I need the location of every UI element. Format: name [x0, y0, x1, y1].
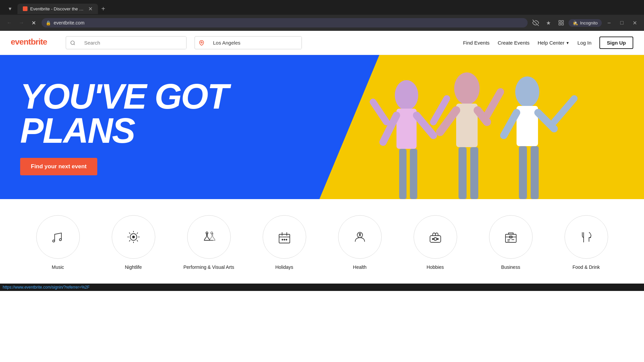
- find-next-event-button[interactable]: Find your next event: [20, 158, 97, 175]
- svg-line-19: [504, 113, 517, 135]
- svg-line-12: [417, 115, 433, 135]
- svg-rect-57: [434, 238, 436, 240]
- svg-point-51: [286, 239, 287, 240]
- location-input[interactable]: [208, 37, 302, 49]
- categories-grid: Music: [20, 215, 624, 270]
- health-icon: [353, 230, 367, 244]
- health-icon-wrap: [338, 215, 382, 259]
- svg-rect-3: [559, 23, 560, 25]
- tab-nav-left: ▼: [3, 4, 17, 13]
- logo-svg: eventbrite: [11, 36, 58, 48]
- svg-rect-26: [410, 149, 417, 199]
- categories-section: Music: [0, 199, 644, 284]
- business-icon-wrap: [489, 215, 533, 259]
- category-music[interactable]: Music: [20, 215, 96, 270]
- hero-content: YOU'VE GOT PLANS Find your next event: [20, 55, 228, 199]
- category-food-drink[interactable]: Food & Drink: [548, 215, 624, 270]
- tab-list-button[interactable]: ▼: [5, 4, 15, 13]
- location-bar: [195, 36, 302, 49]
- close-window-button[interactable]: ✕: [629, 17, 640, 28]
- login-button[interactable]: Log In: [578, 40, 592, 46]
- nav-buttons: ← → ✕: [4, 17, 39, 28]
- svg-rect-30: [531, 146, 539, 199]
- svg-line-24: [554, 99, 574, 122]
- svg-line-23: [487, 92, 500, 115]
- svg-line-21: [373, 102, 386, 122]
- music-label: Music: [52, 264, 64, 270]
- health-label: Health: [353, 264, 366, 270]
- maximize-button[interactable]: □: [616, 17, 627, 28]
- browser-status-bar: https://www.eventbrite.com/signin/?refer…: [0, 284, 644, 291]
- business-icon: [503, 230, 518, 244]
- svg-line-22: [433, 99, 447, 122]
- bookmark-button[interactable]: ★: [543, 17, 554, 28]
- tab-close-button[interactable]: ✕: [88, 6, 93, 12]
- svg-line-7: [74, 44, 75, 45]
- back-button[interactable]: ←: [4, 17, 15, 28]
- eye-off-button[interactable]: [530, 17, 541, 28]
- site-header: eventbrite Find Events Create Events Hel…: [0, 31, 644, 55]
- food-drink-label: Food & Drink: [573, 264, 600, 270]
- business-label: Business: [501, 264, 520, 270]
- svg-rect-45: [279, 234, 290, 243]
- tab-title: Eventbrite - Discover the Best L: [30, 6, 86, 11]
- food-drink-icon-wrap: [565, 215, 608, 259]
- svg-rect-28: [470, 147, 478, 199]
- category-hobbies[interactable]: Hobbies: [397, 215, 473, 270]
- extensions-button[interactable]: [556, 17, 567, 28]
- svg-point-8: [201, 42, 202, 43]
- svg-rect-54: [430, 236, 441, 242]
- svg-rect-58: [505, 234, 516, 242]
- svg-rect-27: [459, 147, 467, 199]
- nightlife-label: Nightlife: [125, 264, 142, 270]
- hero-people-illustration: [333, 55, 601, 199]
- music-icon-wrap: [36, 215, 80, 259]
- svg-line-39: [137, 240, 138, 241]
- eventbrite-logo[interactable]: eventbrite: [11, 36, 58, 50]
- svg-line-38: [129, 233, 130, 234]
- signup-button[interactable]: Sign Up: [599, 37, 633, 49]
- svg-point-31: [53, 240, 55, 242]
- find-events-link[interactable]: Find Events: [463, 40, 489, 46]
- reload-button[interactable]: ✕: [28, 17, 39, 28]
- nightlife-icon-wrap: [112, 215, 155, 259]
- new-tab-button[interactable]: +: [98, 4, 109, 14]
- hobbies-icon-wrap: [414, 215, 457, 259]
- svg-point-32: [59, 239, 61, 241]
- browser-chrome: ▼ Eventbrite - Discover the Best L ✕ + ←…: [0, 0, 644, 31]
- svg-point-42: [132, 236, 135, 238]
- category-nightlife[interactable]: Nightlife: [96, 215, 171, 270]
- category-business[interactable]: Business: [473, 215, 548, 270]
- hero-line1: YOU'VE GOT: [20, 79, 228, 114]
- performing-arts-icon: [202, 230, 216, 244]
- incognito-badge[interactable]: 🕵️ Incognito: [569, 19, 602, 27]
- performing-arts-label: Performing & Visual Arts: [183, 264, 234, 270]
- help-center-link[interactable]: Help Center ▼: [538, 40, 570, 46]
- search-input[interactable]: [79, 37, 186, 49]
- browser-tab-active[interactable]: Eventbrite - Discover the Best L ✕: [17, 4, 98, 14]
- performing-arts-icon-wrap: [187, 215, 231, 259]
- website-content: eventbrite Find Events Create Events Hel…: [0, 31, 644, 284]
- svg-point-56: [437, 238, 438, 240]
- svg-text:eventbrite: eventbrite: [11, 37, 47, 46]
- hero-section: YOU'VE GOT PLANS Find your next event: [0, 55, 644, 199]
- address-input[interactable]: [42, 18, 528, 27]
- browser-toolbar: ← → ✕ 🔒 ★ 🕵️ Incognito – □ ✕: [0, 15, 644, 31]
- address-lock-icon: 🔒: [46, 20, 51, 25]
- svg-point-50: [284, 239, 285, 240]
- category-performing-visual-arts[interactable]: Performing & Visual Arts: [171, 215, 247, 270]
- svg-line-40: [137, 233, 138, 234]
- create-events-link[interactable]: Create Events: [498, 40, 530, 46]
- svg-rect-4: [562, 23, 564, 25]
- minimize-button[interactable]: –: [604, 17, 614, 28]
- forward-button[interactable]: →: [16, 17, 27, 28]
- svg-point-55: [432, 238, 434, 240]
- address-bar-wrapper: 🔒: [42, 18, 528, 27]
- search-icon: [66, 37, 79, 49]
- svg-rect-1: [559, 20, 560, 22]
- hero-line2: PLANS: [20, 114, 228, 147]
- category-holidays[interactable]: Holidays: [247, 215, 322, 270]
- search-bar: [66, 36, 186, 49]
- browser-actions: ★ 🕵️ Incognito – □ ✕: [530, 17, 640, 28]
- category-health[interactable]: Health: [322, 215, 397, 270]
